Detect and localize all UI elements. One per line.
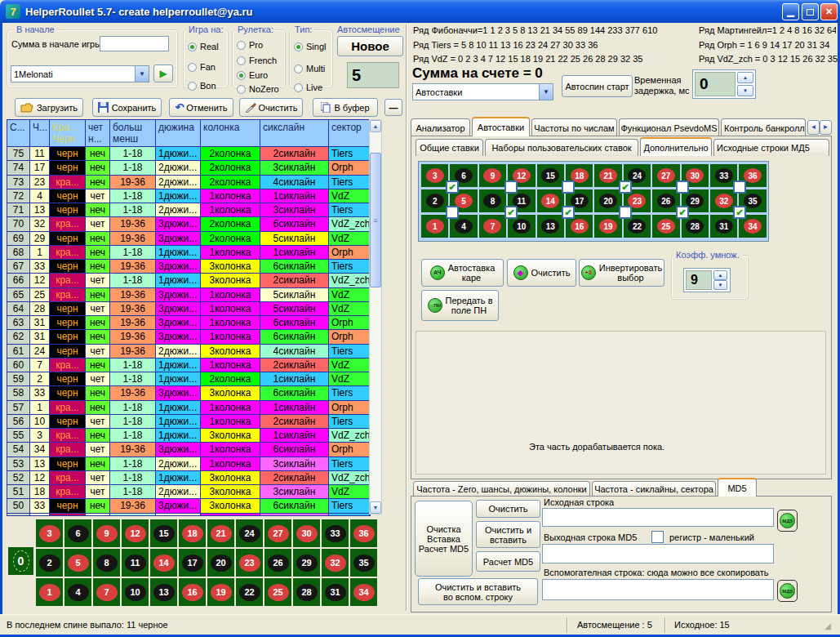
autobet-checkbox[interactable] <box>446 206 459 219</box>
close-button[interactable]: ✕ <box>820 3 838 20</box>
board-cell-24[interactable]: 24 <box>236 519 263 547</box>
autobet-checkbox[interactable] <box>562 180 575 194</box>
board-cell-7[interactable]: 7 <box>93 578 120 606</box>
board-cell-13[interactable]: 13 <box>150 578 177 606</box>
table-row[interactable]: 7113черннеч1-182дюжи...1колонка3сиклайнT… <box>7 203 370 216</box>
tab-md5[interactable]: MD5 <box>718 478 757 497</box>
radio-option-singl[interactable]: Singl <box>294 42 326 51</box>
md5-clear-button[interactable]: Очистить <box>476 500 540 518</box>
autobet-cell-1[interactable]: 1 <box>421 215 448 238</box>
autobet-cell-3[interactable]: 3 <box>421 164 448 187</box>
table-row[interactable]: 5212кра...чет1-181дюжи...3колонка2сиклай… <box>7 470 370 484</box>
autobet-checkbox[interactable]: ✔ <box>619 180 632 194</box>
table-row[interactable]: 6733черннеч19-363дюжи...3колонка6сиклайн… <box>7 259 370 273</box>
autobet-cell-21[interactable]: 21 <box>594 164 621 187</box>
table-row[interactable]: 5118кра...чет1-182дюжи...3колонка3сиклай… <box>7 484 370 498</box>
invert-selection-button[interactable]: +3 Инвертировать выбор <box>579 259 664 287</box>
board-cell-25[interactable]: 25 <box>264 578 291 606</box>
md5-big-button[interactable]: Очистка Вставка Расчет MD5 <box>415 501 473 577</box>
board-cell-29[interactable]: 29 <box>293 549 320 577</box>
radio-option-euro[interactable]: Euro <box>237 70 268 80</box>
autobet-cell-2[interactable]: 2 <box>421 189 448 212</box>
spin-down-icon[interactable]: ▼ <box>713 280 727 290</box>
board-cell-14[interactable]: 14 <box>150 549 177 577</box>
board-cell-zero[interactable]: 0 <box>8 547 33 575</box>
autobet-cell-15[interactable]: 15 <box>537 164 564 187</box>
board-cell-3[interactable]: 3 <box>36 519 63 547</box>
radio-option-bon[interactable]: Bon <box>188 81 216 91</box>
board-cell-26[interactable]: 26 <box>264 549 291 577</box>
board-cell-33[interactable]: 33 <box>322 519 349 547</box>
tab-freq-sixlines[interactable]: Частота - сиклайны, сектора <box>592 481 716 497</box>
board-cell-23[interactable]: 23 <box>236 549 263 577</box>
table-row[interactable]: 5610чернчет1-181дюжи...1колонка2сиклайнT… <box>7 414 370 428</box>
table-row[interactable]: 6929черннеч19-363дюжи...2колонка5сиклайн… <box>7 231 370 245</box>
autobet-checkbox[interactable] <box>619 206 632 219</box>
copy-buffer-button[interactable]: В буфер <box>313 98 378 117</box>
table-row[interactable]: 592чернчет1-181дюжи...2колонка1сиклайнVd… <box>7 372 370 385</box>
scroll-up-icon[interactable]: ▲ <box>370 120 381 132</box>
minimize-button[interactable]: ▁ <box>782 3 799 20</box>
md5-clear-paste-aux-button[interactable]: Очистить и вставить во вспом. строку <box>418 578 538 605</box>
board-cell-18[interactable]: 18 <box>179 519 206 547</box>
clear-button[interactable]: Очистить <box>239 98 303 117</box>
save-button[interactable]: Сохранить <box>92 98 162 117</box>
output-string-input[interactable] <box>542 544 774 564</box>
board-cell-19[interactable]: 19 <box>207 578 234 606</box>
load-button[interactable]: Загрузить <box>15 98 83 117</box>
md5-calc-button[interactable]: Расчет MD5 <box>476 551 540 572</box>
board-cell-10[interactable]: 10 <box>122 578 149 606</box>
table-row[interactable]: 724чернчет1-181дюжи...1колонка1сиклайнVd… <box>7 189 370 203</box>
undo-button[interactable]: ↶ Отменить <box>169 98 233 117</box>
autobet-checkbox[interactable] <box>733 180 746 194</box>
table-row[interactable]: 5033черннеч19-363дюжи...3колонка6сиклайн… <box>7 498 370 512</box>
autobet-checkbox[interactable]: ✔ <box>562 206 575 219</box>
radio-option-pro[interactable]: Pro <box>237 40 263 50</box>
autospin-start-button[interactable]: Автоспин старт <box>562 75 633 97</box>
autobet-cell-20[interactable]: 20 <box>594 189 621 212</box>
table-row[interactable]: 5313черннеч1-182дюжи...1колонка3сиклайнT… <box>7 457 370 470</box>
title-bar[interactable]: 7 HelperRoullet 5.7- create helperroulle… <box>0 0 840 23</box>
board-cell-34[interactable]: 34 <box>350 578 377 606</box>
md5-aux-button[interactable]: МД5 <box>777 580 798 602</box>
tab-freq-zero[interactable]: Частота - Zero, шансы, дюжины, колонки <box>413 481 590 497</box>
table-row[interactable]: 7323кра...неч19-362дюжи...2колонка4сикла… <box>7 175 370 189</box>
autobet-cell-19[interactable]: 19 <box>594 215 621 238</box>
radio-option-nozero[interactable]: NoZero <box>237 84 279 94</box>
board-cell-4[interactable]: 4 <box>64 578 91 606</box>
board-cell-31[interactable]: 31 <box>322 578 349 606</box>
board-cell-11[interactable]: 11 <box>122 549 149 577</box>
play-button[interactable]: ▶ <box>153 65 173 82</box>
table-body[interactable]: 7511черннеч1-181дюжи...2колонка2сиклайнT… <box>7 146 370 515</box>
table-row[interactable]: 5833черннеч19-363дюжи...3колонка6сиклайн… <box>7 385 370 399</box>
board-cell-16[interactable]: 16 <box>179 578 206 606</box>
table-row[interactable]: 6231черннеч19-363дюжи...1колонка6сиклайн… <box>7 329 370 343</box>
table-row[interactable]: 7511черннеч1-181дюжи...2колонка2сиклайнT… <box>7 146 370 160</box>
autobet-checkbox[interactable] <box>504 180 518 194</box>
tab-psevdoms[interactable]: Функционал PsevdoMS <box>619 118 719 136</box>
autobet-combobox[interactable]: Автоставки ▼ <box>412 83 553 100</box>
autobet-carre-button[interactable]: АЧ Автоставка каре <box>421 259 504 287</box>
board-cell-32[interactable]: 32 <box>322 549 349 577</box>
radio-option-french[interactable]: French <box>237 56 277 65</box>
board-cell-36[interactable]: 36 <box>350 519 377 547</box>
tab-analyzer[interactable]: Анализатор <box>411 118 470 136</box>
autobet-checkbox[interactable]: ✔ <box>676 206 689 219</box>
board-cell-9[interactable]: 9 <box>93 519 120 547</box>
md5-run-button[interactable]: МД5 <box>777 510 798 532</box>
autobet-cell-8[interactable]: 8 <box>479 189 506 212</box>
board-cell-2[interactable]: 2 <box>36 549 63 577</box>
board-cell-22[interactable]: 22 <box>236 578 263 606</box>
autobet-checkbox[interactable]: ✔ <box>733 206 746 219</box>
chevron-down-icon[interactable]: ▼ <box>135 66 149 82</box>
autobet-cell-9[interactable]: 9 <box>479 164 506 187</box>
subtab-general-bets[interactable]: Общие ставки <box>416 139 483 156</box>
table-scrollbar[interactable]: ▲ ≡ ▼ <box>369 119 382 514</box>
chevron-down-icon[interactable]: ▼ <box>539 84 553 100</box>
delay-spinner[interactable]: 0 ▲ ▼ <box>692 69 756 99</box>
table-row[interactable]: 7417черннеч1-182дюжи...2колонка3сиклайнO… <box>7 160 370 174</box>
board-cell-6[interactable]: 6 <box>64 519 91 547</box>
board-cell-12[interactable]: 12 <box>122 519 149 547</box>
coeff-spinner[interactable]: 9 ▲ ▼ <box>683 268 731 292</box>
board-cell-28[interactable]: 28 <box>293 578 320 606</box>
